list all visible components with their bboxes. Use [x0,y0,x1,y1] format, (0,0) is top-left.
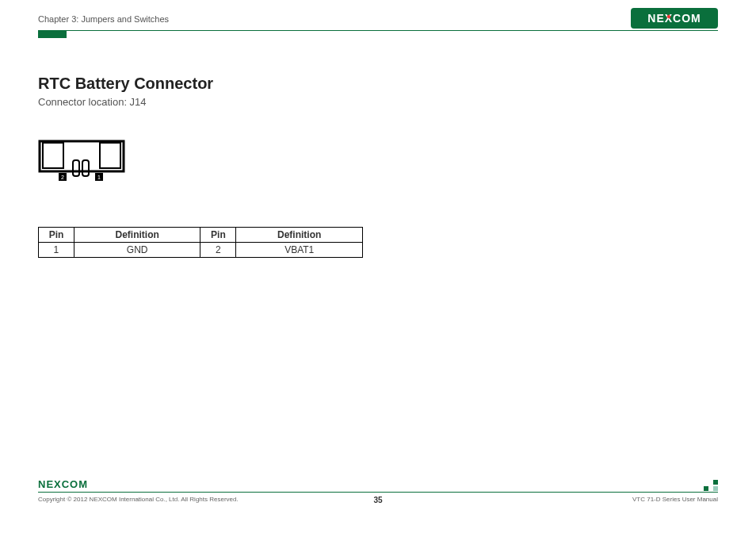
footer-brand: NEXCOM [38,478,88,490]
svg-rect-1 [43,143,63,168]
connector-location: Connector location: J14 [38,96,718,108]
pin-label-1: 1 [97,174,101,180]
chapter-title: Chapter 3: Jumpers and Switches [38,14,718,24]
brand-x-icon: X [665,12,673,25]
footer-accent-icon [704,480,718,491]
cell-pin: 2 [200,243,236,258]
col-header-pin: Pin [200,228,236,243]
connector-diagram: 2 1 [38,140,125,184]
cell-pin: 1 [39,243,74,258]
copyright-text: Copyright © 2012 NEXCOM International Co… [38,496,239,503]
brand-text: NE [647,12,664,25]
main-content: RTC Battery Connector Connector location… [38,75,718,258]
pin-label-2: 2 [61,174,64,180]
col-header-definition: Definition [74,228,200,243]
pin-definition-table: Pin Definition Pin Definition 1 GND 2 VB… [38,227,363,258]
table-row: 1 GND 2 VBAT1 [39,243,363,258]
brand-text-2: COM [673,12,701,25]
cell-definition: GND [74,243,200,258]
svg-rect-4 [82,160,89,176]
page-header: Chapter 3: Jumpers and Switches [38,14,718,36]
svg-rect-3 [73,160,79,176]
cell-definition: VBAT1 [236,243,363,258]
table-header-row: Pin Definition Pin Definition [39,228,363,243]
col-header-pin: Pin [39,228,74,243]
page-number: 35 [373,496,382,504]
header-rule [38,30,718,31]
page-footer: NEXCOM Copyright © 2012 NEXCOM Internati… [38,492,718,520]
brand-logo: NEXCOM [631,8,718,29]
manual-title: VTC 71-D Series User Manual [632,496,718,503]
section-title: RTC Battery Connector [38,75,718,93]
header-accent-block [38,30,67,38]
col-header-definition: Definition [236,228,363,243]
svg-rect-2 [100,143,120,168]
